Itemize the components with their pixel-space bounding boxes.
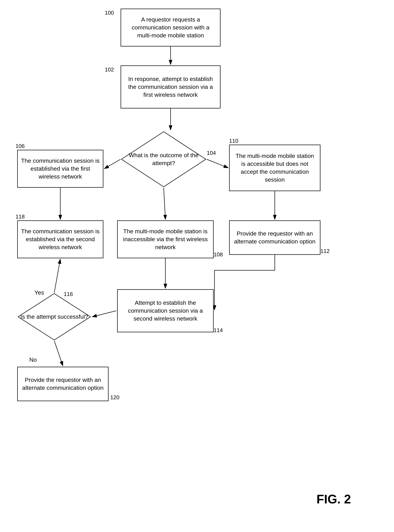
label-114: 114 [214, 327, 223, 333]
label-102: 102 [105, 66, 114, 73]
box-114: Attempt to establish the communication s… [117, 289, 214, 332]
label-118: 118 [16, 214, 25, 220]
svg-line-3 [104, 159, 121, 169]
box-120: Provide the requestor with an alternate … [17, 367, 109, 401]
diamond-104: What is the outcome of the attempt? [121, 131, 207, 188]
box-108: The multi-mode mobile station is inacces… [117, 220, 214, 258]
label-106: 106 [16, 143, 25, 149]
figure-label: FIG. 2 [316, 492, 351, 506]
svg-line-8 [92, 311, 116, 317]
diamond-116: Is the attempt successful? [17, 293, 91, 341]
diagram-container: A requestor requests a communication ses… [0, 0, 394, 532]
svg-line-5 [207, 159, 228, 168]
box-110: The multi-mode mobile station is accessi… [229, 145, 321, 191]
label-112: 112 [321, 248, 330, 254]
box-100: A requestor requests a communication ses… [121, 9, 221, 46]
label-116: 116 [64, 291, 73, 297]
box-106: The communication session is established… [17, 150, 103, 188]
box-112: Provide the requestor with an alternate … [229, 220, 321, 255]
svg-line-4 [164, 188, 165, 220]
label-104: 104 [207, 150, 216, 156]
label-120: 120 [110, 394, 119, 401]
box-102: In response, attempt to establish the co… [121, 65, 221, 108]
edge-label-no: No [29, 356, 37, 363]
box-118: The communication session is established… [17, 220, 103, 258]
svg-line-9 [54, 259, 60, 293]
svg-line-10 [54, 341, 63, 366]
edge-label-yes: Yes [34, 289, 44, 296]
label-100: 100 [105, 10, 114, 16]
label-108: 108 [214, 251, 223, 258]
label-110: 110 [229, 138, 238, 144]
